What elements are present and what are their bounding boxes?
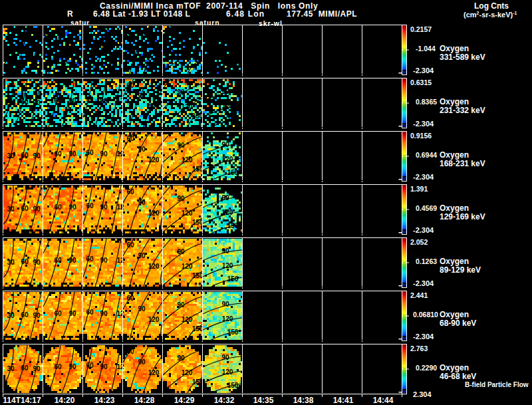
svg-text:12: 12 bbox=[116, 363, 124, 370]
svg-text:12: 12 bbox=[116, 203, 124, 211]
svg-text:120: 120 bbox=[148, 316, 160, 323]
svg-text:60: 60 bbox=[21, 98, 29, 106]
svg-text:60: 60 bbox=[54, 310, 62, 317]
svg-text:60: 60 bbox=[86, 309, 94, 316]
svg-text:120: 120 bbox=[222, 315, 233, 323]
svg-text:150: 150 bbox=[227, 275, 239, 283]
svg-text:30: 30 bbox=[7, 152, 15, 160]
svg-text:90: 90 bbox=[100, 363, 108, 370]
svg-text:60: 60 bbox=[86, 255, 94, 263]
svg-text:90: 90 bbox=[177, 195, 185, 202]
svg-text:90: 90 bbox=[68, 97, 76, 104]
svg-text:90: 90 bbox=[100, 203, 108, 211]
svg-text:90: 90 bbox=[177, 142, 185, 149]
svg-text:150: 150 bbox=[227, 222, 239, 229]
svg-text:120: 120 bbox=[222, 209, 233, 216]
svg-text:90: 90 bbox=[68, 257, 76, 264]
svg-text:60: 60 bbox=[21, 258, 29, 265]
svg-text:30: 30 bbox=[7, 365, 15, 372]
svg-text:120: 120 bbox=[222, 262, 233, 269]
svg-text:120: 120 bbox=[148, 156, 160, 164]
svg-text:60: 60 bbox=[54, 150, 62, 158]
svg-text:90: 90 bbox=[221, 301, 229, 308]
svg-text:90: 90 bbox=[177, 248, 185, 255]
svg-text:120: 120 bbox=[182, 369, 193, 376]
svg-text:60: 60 bbox=[126, 135, 134, 142]
svg-text:120: 120 bbox=[182, 316, 193, 323]
svg-text:120: 120 bbox=[222, 368, 233, 376]
svg-text:120: 120 bbox=[148, 103, 160, 110]
svg-text:60: 60 bbox=[21, 364, 29, 372]
svg-text:90: 90 bbox=[138, 252, 146, 259]
svg-text:90: 90 bbox=[33, 152, 41, 160]
svg-text:120: 120 bbox=[182, 103, 193, 110]
svg-text:30: 30 bbox=[7, 205, 15, 213]
svg-text:60: 60 bbox=[21, 311, 29, 319]
svg-text:60: 60 bbox=[126, 241, 134, 249]
svg-text:60: 60 bbox=[54, 203, 62, 211]
svg-text:30: 30 bbox=[7, 312, 15, 319]
svg-text:90: 90 bbox=[221, 141, 229, 148]
svg-text:90: 90 bbox=[33, 365, 41, 372]
svg-text:60: 60 bbox=[86, 202, 94, 209]
svg-text:150: 150 bbox=[227, 329, 239, 336]
svg-text:90: 90 bbox=[221, 88, 229, 95]
svg-text:90: 90 bbox=[68, 310, 76, 317]
svg-text:90: 90 bbox=[177, 301, 185, 309]
svg-text:90: 90 bbox=[221, 247, 229, 255]
svg-text:120: 120 bbox=[182, 209, 193, 217]
svg-text:90: 90 bbox=[100, 97, 108, 104]
svg-text:90: 90 bbox=[221, 354, 229, 361]
svg-text:90: 90 bbox=[33, 259, 41, 266]
svg-text:60: 60 bbox=[126, 348, 134, 355]
svg-text:90: 90 bbox=[100, 150, 108, 158]
svg-text:60: 60 bbox=[86, 362, 94, 369]
svg-text:150: 150 bbox=[192, 112, 203, 120]
svg-text:12: 12 bbox=[116, 257, 124, 264]
svg-text:90: 90 bbox=[68, 363, 76, 370]
svg-text:60: 60 bbox=[126, 82, 134, 89]
svg-text:150: 150 bbox=[192, 272, 203, 279]
svg-text:60: 60 bbox=[86, 96, 94, 103]
svg-text:90: 90 bbox=[33, 205, 41, 213]
svg-text:60: 60 bbox=[54, 257, 62, 264]
svg-text:120: 120 bbox=[148, 263, 160, 270]
svg-text:90: 90 bbox=[100, 310, 108, 317]
svg-text:90: 90 bbox=[177, 88, 185, 96]
svg-text:90: 90 bbox=[33, 99, 41, 106]
svg-text:150: 150 bbox=[192, 219, 203, 226]
svg-text:60: 60 bbox=[86, 149, 94, 156]
svg-text:90: 90 bbox=[138, 199, 146, 206]
svg-text:120: 120 bbox=[182, 156, 193, 164]
svg-text:90: 90 bbox=[177, 354, 185, 362]
svg-text:60: 60 bbox=[21, 205, 29, 212]
svg-text:150: 150 bbox=[227, 116, 239, 123]
svg-text:150: 150 bbox=[192, 378, 203, 386]
svg-text:60: 60 bbox=[54, 363, 62, 370]
svg-text:120: 120 bbox=[222, 156, 233, 163]
svg-text:60: 60 bbox=[21, 152, 29, 159]
svg-text:90: 90 bbox=[68, 203, 76, 211]
svg-text:120: 120 bbox=[182, 263, 193, 270]
svg-text:90: 90 bbox=[100, 257, 108, 264]
svg-text:30: 30 bbox=[7, 99, 15, 106]
svg-text:90: 90 bbox=[221, 194, 229, 202]
svg-text:90: 90 bbox=[138, 358, 146, 366]
svg-text:120: 120 bbox=[148, 209, 160, 217]
svg-text:60: 60 bbox=[126, 188, 134, 196]
svg-text:120: 120 bbox=[148, 369, 160, 376]
svg-text:12: 12 bbox=[116, 97, 124, 104]
svg-text:90: 90 bbox=[138, 305, 146, 313]
svg-text:12: 12 bbox=[116, 310, 124, 317]
svg-text:90: 90 bbox=[68, 150, 76, 158]
svg-text:90: 90 bbox=[138, 146, 146, 153]
svg-text:150: 150 bbox=[227, 382, 239, 389]
svg-text:120: 120 bbox=[222, 102, 233, 110]
svg-text:90: 90 bbox=[33, 312, 41, 319]
svg-text:90: 90 bbox=[138, 92, 146, 100]
svg-text:60: 60 bbox=[126, 295, 134, 302]
svg-text:30: 30 bbox=[7, 259, 15, 266]
svg-text:12: 12 bbox=[116, 150, 124, 158]
svg-text:60: 60 bbox=[54, 97, 62, 104]
svg-text:150: 150 bbox=[192, 325, 203, 333]
